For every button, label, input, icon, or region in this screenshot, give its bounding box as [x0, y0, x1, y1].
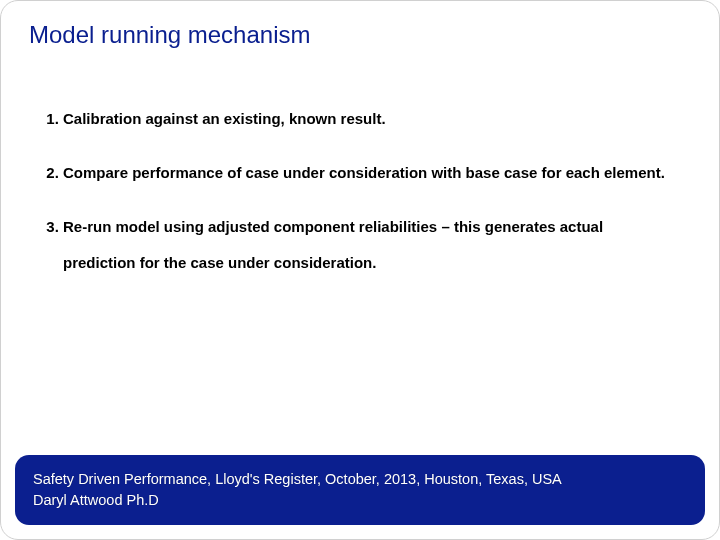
slide-content: Calibration against an existing, known r… [29, 101, 679, 299]
list-item: Compare performance of case under consid… [63, 155, 679, 191]
numbered-list: Calibration against an existing, known r… [29, 101, 679, 281]
list-item: Re-run model using adjusted component re… [63, 209, 679, 281]
footer-line-1: Safety Driven Performance, Lloyd's Regis… [33, 469, 687, 490]
slide-title: Model running mechanism [29, 21, 310, 49]
list-item: Calibration against an existing, known r… [63, 101, 679, 137]
footer-bar: Safety Driven Performance, Lloyd's Regis… [15, 455, 705, 525]
footer-line-2: Daryl Attwood Ph.D [33, 490, 687, 511]
slide-frame: Model running mechanism Calibration agai… [0, 0, 720, 540]
